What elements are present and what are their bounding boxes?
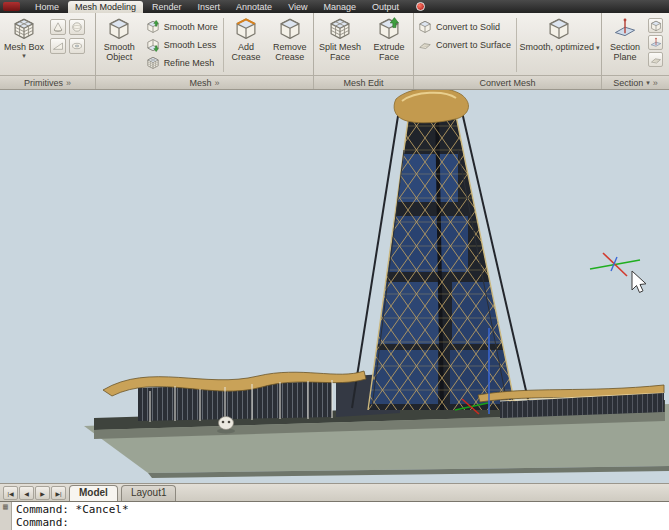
last-tab-button[interactable]: ▶| bbox=[51, 486, 66, 500]
drawing-viewport[interactable] bbox=[0, 90, 669, 483]
smooth-optimized-icon bbox=[547, 17, 571, 41]
command-window: ▦ Command: *Cancel* Command: bbox=[0, 501, 669, 530]
red-status-icon[interactable] bbox=[416, 2, 425, 11]
mesh-box-label: Mesh Box bbox=[4, 42, 44, 52]
tab-mesh-modeling[interactable]: Mesh Modeling bbox=[68, 1, 143, 13]
add-crease-label: Add Crease bbox=[226, 42, 267, 62]
panel-primitives: Mesh Box ▾ Primitives » bbox=[0, 13, 96, 89]
split-mesh-face-icon bbox=[328, 17, 352, 41]
panel-caption-primitives[interactable]: Primitives » bbox=[0, 75, 95, 89]
split-mesh-face-button[interactable]: Split Mesh Face bbox=[315, 15, 365, 75]
section-plane-icon bbox=[613, 17, 637, 41]
tab-model[interactable]: Model bbox=[69, 485, 118, 501]
panel-caption-mesh-edit[interactable]: Mesh Edit bbox=[314, 75, 413, 89]
section-plane-small-icon bbox=[650, 37, 662, 49]
tab-insert[interactable]: Insert bbox=[191, 1, 228, 13]
mesh-box-icon bbox=[12, 17, 36, 41]
tab-home[interactable]: Home bbox=[28, 1, 66, 13]
mesh-sphere-icon bbox=[71, 21, 83, 33]
section-sheet-icon bbox=[650, 54, 662, 66]
refine-mesh-button[interactable]: Refine Mesh bbox=[143, 54, 221, 71]
mesh-box-dropdown-icon[interactable]: ▾ bbox=[22, 52, 26, 59]
command-history-line: Command: *Cancel* bbox=[16, 503, 667, 516]
tab-annotate[interactable]: Annotate bbox=[229, 1, 279, 13]
smooth-more-icon bbox=[146, 20, 160, 34]
tab-render[interactable]: Render bbox=[145, 1, 189, 13]
convert-to-solid-button[interactable]: Convert to Solid bbox=[415, 18, 514, 35]
ribbon: Mesh Box ▾ Primitives » Smooth Object bbox=[0, 13, 669, 90]
panel-caption-convert-mesh-label: Convert Mesh bbox=[479, 78, 535, 88]
panel-caption-mesh[interactable]: Mesh » bbox=[96, 75, 313, 89]
remove-crease-icon bbox=[278, 17, 302, 41]
3d-model-scene bbox=[0, 90, 669, 483]
section-tool-bottom-button[interactable] bbox=[648, 52, 663, 67]
mesh-wedge-button[interactable] bbox=[50, 38, 66, 54]
smooth-less-button[interactable]: Smooth Less bbox=[143, 36, 221, 53]
convert-to-solid-icon bbox=[418, 20, 432, 34]
previous-tab-button[interactable]: ◀ bbox=[19, 486, 34, 500]
mesh-box-button[interactable]: Mesh Box ▾ bbox=[1, 15, 47, 75]
ribbon-tab-bar: Home Mesh Modeling Render Insert Annotat… bbox=[0, 0, 669, 13]
panel-mesh: Smooth Object Smooth More Smooth Less Re… bbox=[96, 13, 314, 89]
tab-layout1[interactable]: Layout1 bbox=[121, 485, 177, 501]
section-cube-icon bbox=[650, 20, 662, 32]
smooth-less-label: Smooth Less bbox=[164, 40, 217, 50]
tab-manage[interactable]: Manage bbox=[316, 1, 363, 13]
add-crease-button[interactable]: Add Crease bbox=[226, 15, 267, 75]
panel-mesh-edit: Split Mesh Face Extrude Face Mesh Edit bbox=[314, 13, 414, 89]
command-window-grip[interactable]: ▦ bbox=[0, 502, 12, 530]
section-plane-button[interactable]: Section Plane bbox=[603, 15, 647, 75]
extrude-face-icon bbox=[377, 17, 401, 41]
mesh-cone-button[interactable] bbox=[50, 19, 66, 35]
tab-output[interactable]: Output bbox=[365, 1, 406, 13]
panel-overflow-icon[interactable]: » bbox=[653, 78, 658, 88]
first-tab-button[interactable]: |◀ bbox=[3, 486, 18, 500]
panel-caption-convert-mesh[interactable]: Convert Mesh bbox=[414, 75, 601, 89]
smooth-more-label: Smooth More bbox=[164, 22, 218, 32]
panel-overflow-icon[interactable]: » bbox=[215, 78, 220, 88]
smooth-optimized-dropdown-icon[interactable]: ▾ bbox=[596, 44, 600, 51]
extrude-face-button[interactable]: Extrude Face bbox=[366, 15, 412, 75]
mesh-cone-icon bbox=[52, 21, 64, 33]
convert-to-surface-label: Convert to Surface bbox=[436, 40, 511, 50]
layout-tab-bar: |◀ ◀ ▶ ▶| Model Layout1 bbox=[0, 483, 669, 501]
section-plane-label: Section Plane bbox=[603, 42, 647, 62]
remove-crease-label: Remove Crease bbox=[267, 42, 312, 62]
mesh-wedge-icon bbox=[52, 40, 64, 52]
ribbon-separator bbox=[223, 18, 224, 72]
panel-caption-mesh-label: Mesh bbox=[189, 78, 211, 88]
split-mesh-face-label: Split Mesh Face bbox=[315, 42, 365, 62]
panel-convert-mesh: Convert to Solid Convert to Surface Smoo… bbox=[414, 13, 602, 89]
extrude-face-label: Extrude Face bbox=[366, 42, 412, 62]
convert-to-surface-icon bbox=[418, 38, 432, 52]
smooth-optimized-button[interactable]: Smooth, optimized ▾ bbox=[519, 15, 600, 75]
app-logo-icon[interactable] bbox=[3, 2, 20, 11]
smooth-less-icon bbox=[146, 38, 160, 52]
mesh-sphere-button[interactable] bbox=[69, 19, 85, 35]
panel-caption-primitives-label: Primitives bbox=[24, 78, 63, 88]
mesh-torus-icon bbox=[71, 40, 83, 52]
panel-section: Section Plane Section ▾ » bbox=[602, 13, 669, 89]
panel-caption-mesh-edit-label: Mesh Edit bbox=[343, 78, 383, 88]
section-tool-middle-button[interactable] bbox=[648, 35, 663, 50]
next-tab-button[interactable]: ▶ bbox=[35, 486, 50, 500]
panel-caption-section-label: Section bbox=[613, 78, 643, 88]
remove-crease-button[interactable]: Remove Crease bbox=[267, 15, 312, 75]
command-input-line[interactable]: Command: bbox=[16, 516, 667, 529]
refine-mesh-label: Refine Mesh bbox=[164, 58, 215, 68]
panel-overflow-icon[interactable]: » bbox=[66, 78, 71, 88]
panel-section-dropdown-icon[interactable]: ▾ bbox=[646, 79, 650, 86]
section-tool-top-button[interactable] bbox=[648, 18, 663, 33]
smooth-object-icon bbox=[107, 17, 131, 41]
refine-mesh-icon bbox=[146, 56, 160, 70]
add-crease-icon bbox=[234, 17, 258, 41]
smooth-more-button[interactable]: Smooth More bbox=[143, 18, 221, 35]
convert-to-surface-button[interactable]: Convert to Surface bbox=[415, 36, 514, 53]
panel-caption-section[interactable]: Section ▾ » bbox=[602, 75, 669, 89]
smooth-object-button[interactable]: Smooth Object bbox=[97, 15, 142, 75]
mesh-torus-button[interactable] bbox=[69, 38, 85, 54]
tab-view[interactable]: View bbox=[281, 1, 314, 13]
ribbon-separator bbox=[516, 18, 517, 72]
smooth-object-label: Smooth Object bbox=[97, 42, 142, 62]
smooth-optimized-label: Smooth, optimized bbox=[519, 42, 594, 52]
